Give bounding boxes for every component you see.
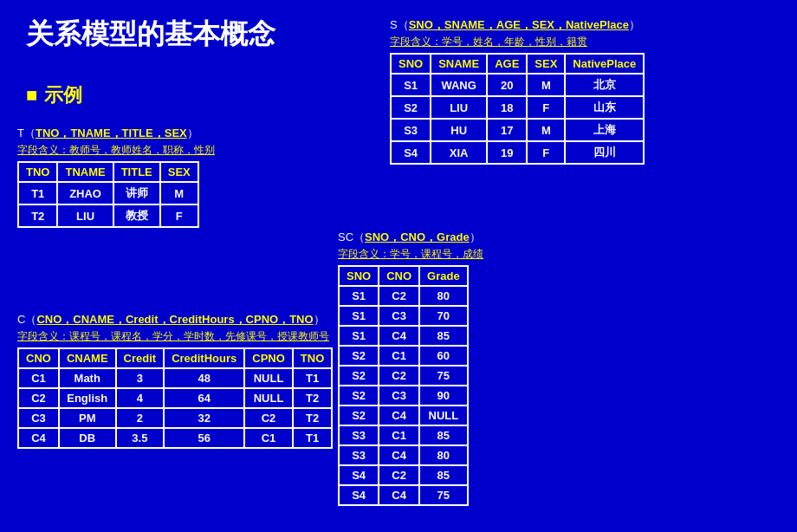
sc-col-cno: CNO <box>379 266 419 286</box>
sc-col-grade: Grade <box>419 266 468 286</box>
table-cell: NULL <box>244 388 293 408</box>
table-row: T1ZHAO讲师M <box>18 182 198 204</box>
table-cell: 北京 <box>565 74 644 96</box>
table-row: S4C475 <box>339 485 468 505</box>
table-cell: ZHAO <box>57 182 113 204</box>
table-row: S1C280 <box>339 286 468 306</box>
table-cell: 70 <box>419 306 468 326</box>
table-cell: 18 <box>487 96 527 119</box>
c-col-tno: TNO <box>293 348 332 368</box>
table-cell: T2 <box>293 388 332 408</box>
table-cell: XIA <box>431 141 487 164</box>
table-cell: C2 <box>379 465 419 485</box>
sc-desc: 字段含义：学号，课程号，成绩 <box>338 247 483 262</box>
table-cell: T2 <box>293 408 332 428</box>
table-row: C2English464NULLT2 <box>18 388 332 408</box>
table-cell: 90 <box>419 386 468 405</box>
t-desc: 字段含义：教师号，教师姓名，职称，性别 <box>17 143 215 158</box>
table-cell: S3 <box>339 425 379 445</box>
table-row: S2C390 <box>339 386 468 405</box>
table-cell: 32 <box>164 408 244 428</box>
table-cell: 85 <box>419 465 468 485</box>
c-desc: 字段含义：课程号，课程名，学分，学时数，先修课号，授课教师号 <box>17 329 333 344</box>
table-cell: 48 <box>164 368 244 388</box>
table-row: S2C4NULL <box>339 405 468 425</box>
t-col-title: TITLE <box>113 162 160 182</box>
table-cell: 2 <box>116 408 165 428</box>
table-cell: C2 <box>379 366 419 386</box>
table-cell: DB <box>59 428 116 448</box>
table-row: C1Math348NULLT1 <box>18 368 332 388</box>
t-col-tno: TNO <box>18 162 57 182</box>
table-cell: English <box>59 388 116 408</box>
table-cell: T1 <box>293 368 332 388</box>
table-cell: T2 <box>18 204 57 227</box>
table-cell: S1 <box>339 286 379 306</box>
table-cell: C1 <box>244 428 293 448</box>
s-col-age: AGE <box>487 54 527 74</box>
table-cell: C1 <box>379 346 419 366</box>
table-cell: S3 <box>391 119 431 141</box>
table-cell: C2 <box>379 286 419 306</box>
sc-section: SC（SNO，CNO，Grade） 字段含义：学号，课程号，成绩 SNO CNO… <box>338 230 483 506</box>
c-table: CNO CNAME Credit CreditHours CPNO TNO C1… <box>17 347 333 449</box>
table-cell: 3 <box>116 368 165 388</box>
table-cell: S1 <box>339 306 379 326</box>
table-cell: HU <box>431 119 487 141</box>
table-cell: 56 <box>164 428 244 448</box>
table-cell: 17 <box>487 119 527 141</box>
table-row: S1WANG20M北京 <box>391 74 644 96</box>
table-row: S3C480 <box>339 445 468 465</box>
table-cell: C4 <box>18 428 59 448</box>
s-col-sex: SEX <box>527 54 565 74</box>
t-schema-highlight: TNO，TNAME，TITLE，SEX <box>36 127 187 139</box>
s-section: S（SNO，SNAME，AGE，SEX，NativePlace） 字段含义：学号… <box>390 17 645 165</box>
page-title: 关系模型的基本概念 <box>26 16 275 54</box>
table-row: S4C285 <box>339 465 468 485</box>
table-cell: 教授 <box>113 204 160 227</box>
table-cell: C1 <box>379 425 419 445</box>
s-table: SNO SNAME AGE SEX NativePlace S1WANG20M北… <box>390 53 645 165</box>
table-cell: 85 <box>419 425 468 445</box>
table-cell: 讲师 <box>113 182 160 204</box>
table-cell: 85 <box>419 326 468 346</box>
table-row: S1C485 <box>339 326 468 346</box>
table-cell: F <box>527 96 565 119</box>
table-cell: 64 <box>164 388 244 408</box>
table-cell: M <box>160 182 198 204</box>
t-col-sex: SEX <box>160 162 198 182</box>
table-cell: Math <box>59 368 116 388</box>
c-col-cname: CNAME <box>59 348 116 368</box>
c-col-cpno: CPNO <box>244 348 293 368</box>
table-cell: S2 <box>339 405 379 425</box>
c-col-cno: CNO <box>18 348 59 368</box>
sc-col-sno: SNO <box>339 266 379 286</box>
table-cell: S2 <box>391 96 431 119</box>
table-cell: 60 <box>419 346 468 366</box>
s-schema: S（SNO，SNAME，AGE，SEX，NativePlace） <box>390 17 645 33</box>
t-col-tname: TNAME <box>57 162 113 182</box>
table-row: S3C185 <box>339 425 468 445</box>
table-cell: C4 <box>379 445 419 465</box>
table-cell: T1 <box>18 182 57 204</box>
sc-schema: SC（SNO，CNO，Grade） <box>338 230 483 245</box>
table-row: C4DB3.556C1T1 <box>18 428 332 448</box>
table-cell: 75 <box>419 366 468 386</box>
table-cell: T1 <box>293 428 332 448</box>
table-row: S4XIA19F四川 <box>391 141 644 164</box>
table-row: S2C160 <box>339 346 468 366</box>
table-cell: S3 <box>339 445 379 465</box>
table-cell: 80 <box>419 445 468 465</box>
s-col-nativeplace: NativePlace <box>565 54 644 74</box>
sc-schema-highlight: SNO，CNO，Grade <box>365 230 470 243</box>
table-cell: 75 <box>419 485 468 505</box>
table-cell: S1 <box>339 326 379 346</box>
table-cell: 80 <box>419 286 468 306</box>
table-cell: 19 <box>487 141 527 164</box>
c-col-credithours: CreditHours <box>164 348 244 368</box>
c-col-credit: Credit <box>116 348 165 368</box>
table-cell: NULL <box>419 405 468 425</box>
table-row: S3HU17M上海 <box>391 119 644 141</box>
table-cell: S1 <box>391 74 431 96</box>
s-desc: 字段含义：学号，姓名，年龄，性别，籍贯 <box>390 35 645 49</box>
